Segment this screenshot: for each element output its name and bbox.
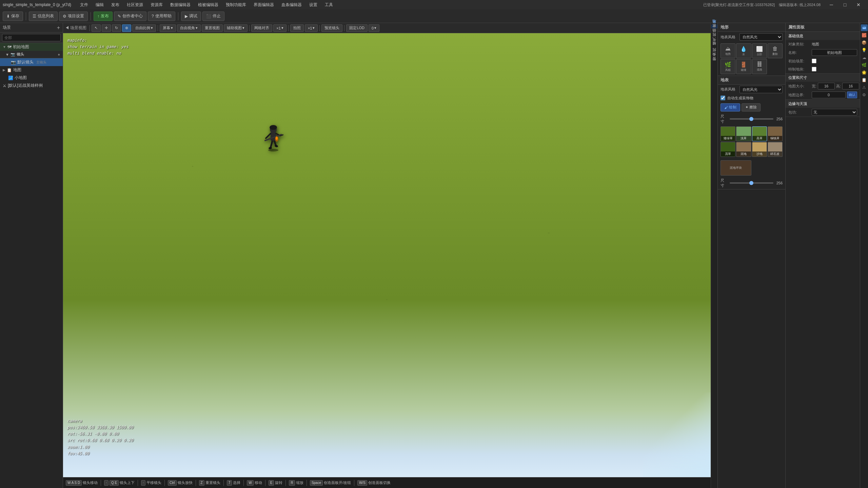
tree-initial-map[interactable]: ▼ 🗺 初始地图: [0, 43, 63, 51]
menu-community[interactable]: 社区资源: [123, 1, 146, 8]
init-scene-checkbox[interactable]: [812, 59, 816, 63]
screenshot-btn[interactable]: 拍照: [290, 24, 304, 32]
side-tab-plants[interactable]: 🌿: [861, 62, 868, 68]
menu-data-editor[interactable]: 数据编辑器: [167, 1, 194, 8]
side-tab-weather[interactable]: ☁: [861, 54, 868, 61]
terrain-btn-mountain[interactable]: ⛰ 地势: [721, 43, 735, 58]
default-example-item[interactable]: ⚔ [默认]近战英雄样例: [0, 82, 63, 89]
map-height-input[interactable]: [842, 83, 859, 89]
side-tab-material[interactable]: 🧱: [861, 32, 868, 39]
side-tab-settings[interactable]: ⚙: [861, 92, 868, 98]
texture-copper[interactable]: 铜钱草: [768, 126, 783, 141]
tss-items[interactable]: 物品: [711, 33, 717, 37]
grid-snap-btn[interactable]: 网格对齐: [251, 24, 272, 32]
free-proportion-btn[interactable]: 自由比例 ▾: [132, 24, 156, 32]
snap-val-btn[interactable]: ×1 ▾: [273, 24, 287, 32]
use-help-button[interactable]: ? 使用帮助: [148, 12, 175, 21]
terrain-btn-delete[interactable]: 🗑 删除: [768, 43, 783, 58]
map-width-input[interactable]: [818, 83, 835, 89]
texture-lawn[interactable]: 茂草: [721, 142, 735, 157]
side-tab-light[interactable]: 💡: [861, 47, 868, 54]
menu-prefab[interactable]: 预制功能库: [222, 1, 250, 8]
menu-tools[interactable]: 工具: [321, 1, 336, 8]
texture-grass[interactable]: 矮绿草: [721, 126, 735, 141]
photo-val-btn[interactable]: ×1 ▾: [305, 24, 318, 32]
rotate-tool-btn[interactable]: ↻: [112, 24, 121, 32]
menu-bloodbar[interactable]: 血条编辑器: [278, 1, 305, 8]
side-tab-items[interactable]: 📦: [861, 39, 868, 46]
tss-material[interactable]: 素材: [711, 29, 717, 33]
default-camera-item[interactable]: 📷 默认镜头 主镜头: [0, 58, 63, 66]
map-border-input[interactable]: [812, 92, 846, 98]
project-settings-button[interactable]: ⚙ 项目设置: [59, 12, 88, 21]
auto-decor-checkbox[interactable]: [721, 96, 725, 100]
stop-button[interactable]: ⬛ 停止: [202, 12, 224, 21]
small-map-item[interactable]: 🗾 小地图: [0, 74, 63, 82]
reset-view-btn[interactable]: 重置视图: [202, 24, 223, 32]
close-button[interactable]: ✕: [852, 0, 865, 9]
ground-style-select[interactable]: 自然风光: [739, 86, 783, 93]
scale-tool-btn[interactable]: ⊕: [122, 24, 131, 32]
screen-btn[interactable]: 屏幕 ▾: [160, 24, 176, 32]
menu-settings[interactable]: 设置: [306, 1, 321, 8]
special-block-checkbox[interactable]: [812, 67, 816, 72]
wasd-key: W A S D: [66, 480, 82, 486]
free-angle-btn[interactable]: 自由视角 ▾: [177, 24, 201, 32]
cameras-add-icon[interactable]: +: [58, 53, 60, 57]
texture-sand[interactable]: 沙地: [752, 142, 767, 157]
tss-terrain[interactable]: 地形: [711, 24, 717, 28]
debug-button[interactable]: ▶ 调试: [181, 12, 201, 21]
menu-resources[interactable]: 资源库: [147, 1, 166, 8]
maximize-button[interactable]: □: [838, 0, 852, 9]
publish-button[interactable]: ↑ 发布: [94, 12, 113, 21]
select-tool-btn[interactable]: ↖: [92, 24, 101, 32]
erase-btn[interactable]: ✦ 擦除: [742, 103, 761, 111]
tss-weather[interactable]: 天气: [711, 42, 717, 46]
scene-add-button[interactable]: +: [57, 25, 60, 31]
texture-meadow[interactable]: 高草: [752, 126, 767, 141]
texture-shallow[interactable]: 浅草: [736, 126, 751, 141]
tss-light2[interactable]: 灯光2: [711, 51, 717, 57]
terrain-btn-water[interactable]: 💧 水: [736, 43, 751, 58]
tss-plants[interactable]: 植被: [711, 46, 717, 50]
texture-gravel[interactable]: 碎石皮: [768, 142, 783, 157]
preview-camera-btn[interactable]: 预览镜头: [321, 24, 342, 32]
menu-edit[interactable]: 编辑: [92, 1, 107, 8]
viewport-canvas[interactable]: mapinfo: show terrain in game: yes multi…: [63, 33, 711, 477]
menu-plant-editor[interactable]: 植被编辑器: [195, 1, 222, 8]
creator-center-button[interactable]: ✎ 创作者中心: [114, 12, 146, 21]
levels-section[interactable]: ▶ 📋 地图: [0, 66, 63, 74]
mud-tile[interactable]: 泥地坪块: [721, 160, 751, 176]
lod-val-btn[interactable]: 0 ▾: [369, 24, 379, 32]
mud-size-slider[interactable]: [730, 182, 773, 184]
cameras-section[interactable]: ▼ 📷 镜头 +: [0, 51, 63, 58]
move-tool-btn[interactable]: ✛: [102, 24, 111, 32]
terrain-btn-road[interactable]: 🛤 道路: [752, 59, 767, 74]
save-button[interactable]: ⬇ 保存: [3, 12, 23, 21]
menu-file[interactable]: 文件: [77, 1, 92, 8]
tss-warning[interactable]: 告警: [711, 62, 717, 66]
side-tab-light2[interactable]: 🌟: [861, 69, 868, 76]
assist-view-btn[interactable]: 辅助视图 ▾: [224, 24, 248, 32]
fixed-lod-btn[interactable]: 固定LOD: [346, 24, 368, 32]
terrain-btn-wind[interactable]: 🌿 风植: [721, 59, 735, 74]
side-tab-warning[interactable]: ⚠: [861, 84, 868, 91]
size-slider[interactable]: [730, 118, 773, 120]
paint-btn[interactable]: 🖌 绘制: [721, 103, 740, 111]
menu-publish[interactable]: 发布: [108, 1, 123, 8]
minimize-button[interactable]: ─: [825, 0, 838, 9]
search-input[interactable]: [2, 34, 61, 41]
tss-light[interactable]: 灯光: [711, 38, 717, 42]
terrain-style-select[interactable]: 自然风光: [739, 33, 783, 41]
side-tab-level[interactable]: 📋: [861, 77, 868, 83]
info-list-button[interactable]: ☰ 信息列表: [29, 12, 58, 21]
packing-select[interactable]: 无: [812, 109, 857, 116]
tss-level[interactable]: 关卡: [711, 57, 717, 61]
name-input[interactable]: [812, 49, 857, 56]
terrain-btn-collision[interactable]: 🚪 碰撞: [736, 59, 751, 74]
side-tab-terrain[interactable]: 🏔: [861, 24, 868, 31]
border-confirm-btn[interactable]: 确认: [847, 92, 857, 98]
terrain-btn-platform[interactable]: ⬜ 台阶: [752, 43, 767, 58]
menu-ui-editor[interactable]: 界面编辑器: [250, 1, 277, 8]
texture-earth[interactable]: 泥地: [736, 142, 751, 157]
